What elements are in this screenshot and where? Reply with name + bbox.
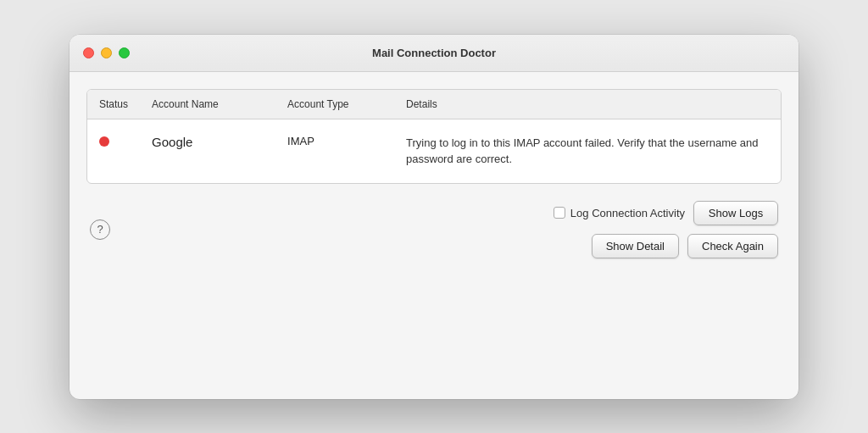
table-body: Google IMAP Trying to log in to this IMA… <box>87 119 781 183</box>
table-row: Google IMAP Trying to log in to this IMA… <box>87 119 781 183</box>
help-button[interactable]: ? <box>90 219 110 240</box>
right-controls: Log Connection Activity Show Logs Show D… <box>554 201 778 258</box>
details-cell: Trying to log in to this IMAP account fa… <box>394 119 781 183</box>
account-type-value: IMAP <box>287 135 314 147</box>
details-text-value: Trying to log in to this IMAP account fa… <box>406 136 759 166</box>
status-column-header: Status <box>87 90 140 119</box>
status-error-icon <box>99 136 109 147</box>
log-row: Log Connection Activity Show Logs <box>554 201 778 225</box>
mail-connection-doctor-window: Mail Connection Doctor Status Account Na… <box>70 35 798 399</box>
title-bar: Mail Connection Doctor <box>70 35 798 72</box>
action-row: Show Detail Check Again <box>592 234 778 258</box>
window-title: Mail Connection Doctor <box>372 47 496 59</box>
details-column-header: Details <box>394 90 781 119</box>
check-again-button[interactable]: Check Again <box>687 234 778 258</box>
minimize-button[interactable] <box>101 47 112 58</box>
table-header: Status Account Name Account Type Details <box>87 90 781 119</box>
accounts-table-container: Status Account Name Account Type Details… <box>86 89 782 184</box>
account-type-cell: IMAP <box>275 119 394 183</box>
account-name-value: Google <box>152 135 192 149</box>
maximize-button[interactable] <box>119 47 130 58</box>
account-type-column-header: Account Type <box>275 90 394 119</box>
log-connection-label: Log Connection Activity <box>570 207 685 219</box>
show-logs-button[interactable]: Show Logs <box>693 201 778 225</box>
show-detail-button[interactable]: Show Detail <box>592 234 679 258</box>
account-name-column-header: Account Name <box>140 90 275 119</box>
account-name-cell: Google <box>140 119 275 183</box>
status-cell <box>87 119 140 183</box>
accounts-table: Status Account Name Account Type Details… <box>87 90 781 183</box>
log-connection-checkbox-wrapper[interactable]: Log Connection Activity <box>554 207 685 219</box>
window-content: Status Account Name Account Type Details… <box>70 72 798 399</box>
log-connection-checkbox[interactable] <box>554 207 565 219</box>
traffic-lights <box>83 47 130 58</box>
close-button[interactable] <box>83 47 94 58</box>
bottom-section: ? Log Connection Activity Show Logs Show… <box>86 201 782 258</box>
